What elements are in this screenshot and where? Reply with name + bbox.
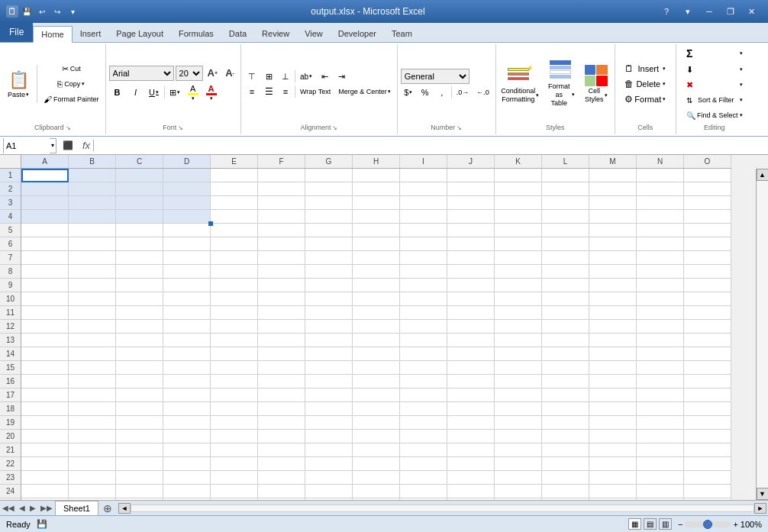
- row-number-13[interactable]: 13: [0, 334, 21, 347]
- cell-K13[interactable]: [495, 334, 542, 347]
- fill-color-button[interactable]: A ▾: [185, 82, 202, 103]
- col-header-E[interactable]: E: [211, 155, 258, 168]
- cell-B16[interactable]: [69, 375, 116, 389]
- cell-H5[interactable]: [353, 224, 400, 237]
- cell-A5[interactable]: [21, 224, 69, 237]
- col-header-J[interactable]: J: [447, 155, 495, 168]
- cell-J17[interactable]: [447, 389, 495, 402]
- cell-K5[interactable]: [495, 224, 542, 237]
- cell-D22[interactable]: [163, 457, 211, 471]
- cell-D23[interactable]: [163, 471, 211, 485]
- decrease-font-button[interactable]: A-: [222, 66, 237, 80]
- row-number-18[interactable]: 18: [0, 402, 21, 416]
- cell-I7[interactable]: [400, 251, 447, 265]
- cell-L7[interactable]: [542, 251, 589, 265]
- cell-G6[interactable]: [305, 237, 353, 251]
- cell-N19[interactable]: [637, 416, 684, 430]
- cell-L3[interactable]: [542, 196, 589, 210]
- normal-view-button[interactable]: ▦: [628, 518, 641, 530]
- cell-F2[interactable]: [258, 182, 305, 196]
- cell-A12[interactable]: [21, 320, 69, 334]
- cell-D16[interactable]: [163, 375, 211, 389]
- col-header-L[interactable]: L: [542, 155, 589, 168]
- cell-J20[interactable]: [447, 430, 495, 443]
- ribbon-collapse-button[interactable]: ▾: [678, 4, 698, 19]
- cell-O21[interactable]: [684, 443, 731, 457]
- number-group-label[interactable]: Number ↘: [401, 122, 492, 133]
- cell-F18[interactable]: [258, 402, 305, 416]
- cell-D6[interactable]: [163, 237, 211, 251]
- cell-H21[interactable]: [353, 443, 400, 457]
- cell-K9[interactable]: [495, 279, 542, 292]
- cell-M19[interactable]: [589, 416, 637, 430]
- cell-L25[interactable]: [542, 498, 589, 500]
- cell-F4[interactable]: [258, 210, 305, 224]
- cell-I12[interactable]: [400, 320, 447, 334]
- cell-C25[interactable]: [116, 498, 163, 500]
- cell-C21[interactable]: [116, 443, 163, 457]
- cell-I18[interactable]: [400, 402, 447, 416]
- cell-N2[interactable]: [637, 182, 684, 196]
- cell-G2[interactable]: [305, 182, 353, 196]
- cell-N1[interactable]: [637, 169, 684, 182]
- cell-O16[interactable]: [684, 375, 731, 389]
- cell-B24[interactable]: [69, 485, 116, 498]
- currency-button[interactable]: $▾: [401, 85, 416, 99]
- cell-E16[interactable]: [211, 375, 258, 389]
- cell-E24[interactable]: [211, 485, 258, 498]
- formula-expand-button[interactable]: ⬛: [60, 140, 76, 150]
- cell-O23[interactable]: [684, 471, 731, 485]
- cell-G25[interactable]: [305, 498, 353, 500]
- cell-O11[interactable]: [684, 306, 731, 320]
- cell-F7[interactable]: [258, 251, 305, 265]
- cell-K18[interactable]: [495, 402, 542, 416]
- cell-B17[interactable]: [69, 389, 116, 402]
- cell-K12[interactable]: [495, 320, 542, 334]
- cell-I22[interactable]: [400, 457, 447, 471]
- cell-O6[interactable]: [684, 237, 731, 251]
- cell-B19[interactable]: [69, 416, 116, 430]
- cell-K2[interactable]: [495, 182, 542, 196]
- cell-H6[interactable]: [353, 237, 400, 251]
- cell-C18[interactable]: [116, 402, 163, 416]
- cell-D25[interactable]: [163, 498, 211, 500]
- cell-O8[interactable]: [684, 265, 731, 279]
- row-number-9[interactable]: 9: [0, 279, 21, 292]
- cell-K19[interactable]: [495, 416, 542, 430]
- col-header-F[interactable]: F: [258, 155, 305, 168]
- cell-G22[interactable]: [305, 457, 353, 471]
- cell-L23[interactable]: [542, 471, 589, 485]
- cell-I23[interactable]: [400, 471, 447, 485]
- cell-O18[interactable]: [684, 402, 731, 416]
- cell-N9[interactable]: [637, 279, 684, 292]
- row-number-11[interactable]: 11: [0, 306, 21, 320]
- cell-C8[interactable]: [116, 265, 163, 279]
- row-number-23[interactable]: 23: [0, 471, 21, 485]
- cell-I14[interactable]: [400, 347, 447, 361]
- cell-O19[interactable]: [684, 416, 731, 430]
- cell-C17[interactable]: [116, 389, 163, 402]
- cell-E3[interactable]: [211, 196, 258, 210]
- cell-F11[interactable]: [258, 306, 305, 320]
- cell-M23[interactable]: [589, 471, 637, 485]
- cell-D24[interactable]: [163, 485, 211, 498]
- cell-L17[interactable]: [542, 389, 589, 402]
- paste-button[interactable]: 📋 Paste ▾: [3, 65, 34, 103]
- cell-D12[interactable]: [163, 320, 211, 334]
- editing-group-label[interactable]: Editing: [679, 122, 750, 133]
- clear-button[interactable]: ✖ ▾: [683, 78, 746, 92]
- cell-M14[interactable]: [589, 347, 637, 361]
- cell-I20[interactable]: [400, 430, 447, 443]
- cell-A17[interactable]: [21, 389, 69, 402]
- cell-L19[interactable]: [542, 416, 589, 430]
- delete-dropdown-arrow[interactable]: ▾: [663, 81, 666, 87]
- cell-L12[interactable]: [542, 320, 589, 334]
- orientation-button[interactable]: ab▾: [297, 69, 315, 83]
- cell-E1[interactable]: [211, 169, 258, 182]
- cell-F17[interactable]: [258, 389, 305, 402]
- align-top-button[interactable]: ⊤: [244, 69, 260, 83]
- increase-indent-button[interactable]: ⇥: [334, 69, 349, 83]
- cell-C22[interactable]: [116, 457, 163, 471]
- cell-J11[interactable]: [447, 306, 495, 320]
- cell-J9[interactable]: [447, 279, 495, 292]
